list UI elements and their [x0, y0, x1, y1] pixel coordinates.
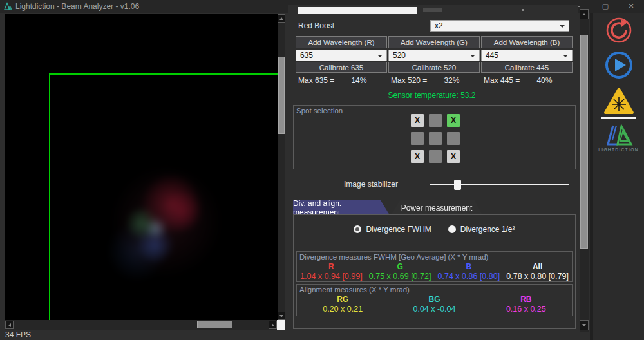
- col-header: BG: [388, 295, 480, 304]
- play-icon: [604, 50, 634, 80]
- chevron-down-icon: [563, 55, 568, 57]
- alignment-group-title: Alignment measures (X * Y mrad): [299, 286, 410, 294]
- slider-thumb[interactable]: [454, 180, 461, 190]
- col-header: G: [366, 262, 435, 271]
- spot-cell[interactable]: [447, 132, 460, 145]
- max-445-row: Max 445 = 40%: [481, 76, 573, 85]
- spot-cell[interactable]: [429, 114, 442, 127]
- maximize-button[interactable]: ▢: [592, 0, 618, 12]
- spot-selection-grid: X X X X: [411, 114, 460, 163]
- reset-button[interactable]: [593, 16, 644, 44]
- clipped-dropdown[interactable]: [298, 7, 417, 14]
- max-445-value: 40%: [536, 76, 552, 85]
- window-title: Lightdiction - Beam Analyzer - v1.06: [15, 2, 139, 11]
- app-logo-icon: [4, 2, 13, 12]
- fps-label: 34 FPS: [5, 330, 31, 339]
- alignment-col-rb: RB 0.16 x 0.25: [480, 295, 572, 314]
- panel-scroll-down-button[interactable]: [580, 320, 589, 330]
- image-stabilizer-row: Image stabilizer: [288, 178, 576, 193]
- alignment-measures-group: Alignment measures (X * Y mrad) RG 0.20 …: [296, 284, 573, 316]
- beam-viewport: [5, 14, 278, 320]
- spot-cell[interactable]: X: [411, 150, 424, 163]
- lightdiction-logo: [593, 124, 644, 147]
- scrollbar-corner: [277, 320, 285, 330]
- radio-icon[interactable]: [448, 225, 456, 233]
- add-wavelength-g-button[interactable]: Add Wavelength (G): [388, 36, 480, 48]
- vertical-scroll-thumb[interactable]: [278, 57, 285, 134]
- logo-text: LIGHTDICTION: [593, 147, 644, 152]
- max-635-value: 14%: [351, 76, 366, 85]
- col-header: All: [503, 262, 572, 271]
- close-button[interactable]: ✕: [618, 0, 644, 12]
- slider-track: [430, 184, 569, 185]
- col-value: 0.04 x -0.04: [388, 305, 480, 314]
- col-value: 0.16 x 0.25: [480, 305, 572, 314]
- add-wavelength-b-button[interactable]: Add Wavelength (B): [481, 36, 573, 48]
- spot-cell[interactable]: X: [447, 150, 460, 163]
- wavelength-r-select[interactable]: 635: [296, 50, 387, 61]
- green-selection-rectangle: [49, 73, 278, 320]
- col-header: RG: [297, 295, 388, 304]
- scroll-left-button[interactable]: [5, 321, 14, 329]
- laser-warning-icon: [593, 87, 644, 115]
- measurement-tab-panel: Divergence FWHM Divergence 1/e² Divergen…: [293, 214, 576, 329]
- up-arrow-icon: [582, 13, 586, 15]
- radio-divergence-fwhm[interactable]: Divergence FWHM: [354, 225, 431, 234]
- sidebar-divider: [601, 117, 636, 119]
- image-stabilizer-slider[interactable]: [430, 178, 569, 191]
- sidebar: LIGHTDICTION: [590, 13, 644, 340]
- radio-icon[interactable]: [354, 225, 361, 233]
- red-boost-select[interactable]: x2: [430, 20, 569, 32]
- panel-vertical-scrollbar[interactable]: [580, 6, 589, 332]
- spot-selection-group: Spot selection X X X X: [293, 105, 576, 169]
- divergence-mode-radios: Divergence FWHM Divergence 1/e²: [294, 225, 575, 234]
- panel-scroll-thumb[interactable]: [580, 35, 588, 249]
- calibrate-445-button[interactable]: Calibrate 445: [481, 62, 573, 73]
- spot-cell[interactable]: X: [447, 114, 460, 127]
- wavelength-r-value: 635: [300, 51, 313, 60]
- divergence-measures-group: Divergence measures FWHM [Geo Average] (…: [296, 251, 573, 282]
- scroll-down-button[interactable]: [278, 312, 285, 320]
- col-value: 1.04 x 0.94 [0.99]: [297, 272, 366, 281]
- left-arrow-icon: [8, 323, 11, 327]
- image-stabilizer-label: Image stabilizer: [344, 180, 398, 189]
- panel-scroll-up-button[interactable]: [580, 9, 589, 19]
- sensor-temperature: Sensor temperature: 53.2: [288, 91, 576, 100]
- divergence-col-r: R 1.04 x 0.94 [0.99]: [297, 262, 366, 281]
- col-header: RB: [480, 295, 572, 304]
- clipped-dot: [522, 9, 524, 11]
- tab-div-align-measurement[interactable]: Div. and align. measurement: [293, 200, 390, 215]
- col-value: 0.74 x 0.86 [0.80]: [435, 272, 504, 281]
- calibrate-635-button[interactable]: Calibrate 635: [296, 62, 387, 73]
- chevron-down-icon: [560, 25, 565, 28]
- col-value: 0.78 x 0.80 [0.79]: [503, 272, 572, 281]
- horizontal-scroll-thumb[interactable]: [197, 321, 232, 328]
- play-button[interactable]: [593, 50, 644, 80]
- chevron-down-icon: [377, 55, 383, 57]
- tab-power-measurement[interactable]: Power measurement: [391, 200, 482, 215]
- calibrate-520-button[interactable]: Calibrate 520: [388, 62, 480, 73]
- radio-label: Divergence 1/e²: [460, 225, 515, 234]
- max-445-label: Max 445 =: [484, 76, 520, 85]
- spot-cell[interactable]: [429, 150, 442, 163]
- spot-cell[interactable]: [429, 132, 442, 145]
- radio-divergence-1e2[interactable]: Divergence 1/e²: [448, 225, 515, 234]
- down-arrow-icon: [279, 315, 283, 317]
- wavelength-b-select[interactable]: 445: [481, 50, 573, 61]
- scroll-right-button[interactable]: [269, 321, 277, 329]
- spot-cell[interactable]: X: [411, 114, 424, 127]
- up-arrow-icon: [279, 17, 283, 20]
- down-arrow-icon: [582, 324, 586, 326]
- spot-cell[interactable]: [411, 132, 424, 145]
- scroll-up-button[interactable]: [278, 14, 285, 23]
- col-header: B: [435, 262, 504, 271]
- red-boost-value: x2: [435, 21, 443, 30]
- add-wavelength-r-button[interactable]: Add Wavelength (R): [296, 36, 387, 48]
- alignment-col-bg: BG 0.04 x -0.04: [388, 295, 480, 314]
- wavelength-g-select[interactable]: 520: [388, 50, 480, 61]
- chevron-down-icon: [470, 55, 475, 57]
- viewport-horizontal-scrollbar[interactable]: [5, 320, 285, 330]
- clipped-checkbox[interactable]: [423, 8, 442, 12]
- viewport-vertical-scrollbar[interactable]: [278, 14, 285, 320]
- divergence-col-all: All 0.78 x 0.80 [0.79]: [503, 262, 572, 281]
